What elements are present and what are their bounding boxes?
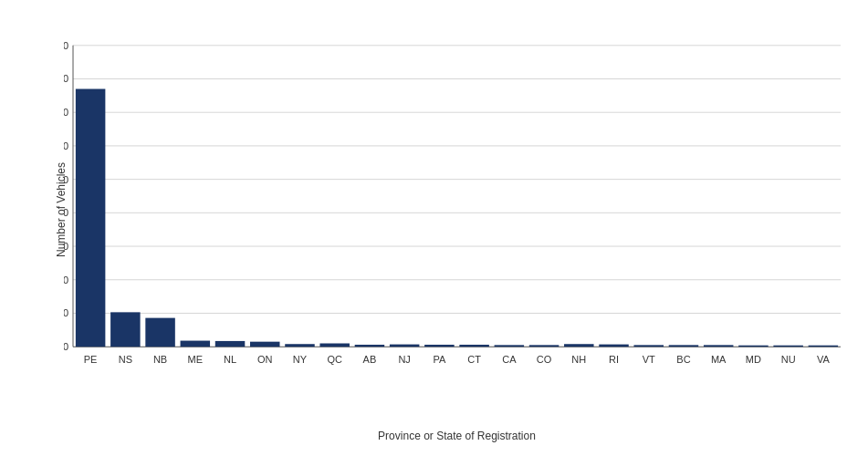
svg-rect-42 — [459, 345, 488, 347]
svg-text:CT: CT — [467, 354, 481, 365]
svg-text:NY: NY — [293, 354, 308, 365]
svg-rect-20 — [76, 89, 105, 347]
svg-rect-38 — [390, 345, 419, 347]
svg-rect-52 — [633, 345, 663, 347]
svg-rect-50 — [599, 345, 628, 347]
svg-rect-22 — [110, 312, 140, 347]
svg-rect-60 — [773, 346, 802, 347]
svg-text:BC: BC — [676, 354, 690, 365]
svg-rect-34 — [319, 344, 349, 347]
svg-rect-48 — [564, 344, 593, 347]
bar-chart: 0100200300400500600700800900PENSNBMENLON… — [64, 18, 850, 401]
svg-rect-56 — [704, 345, 733, 347]
svg-text:700: 700 — [64, 107, 68, 118]
svg-rect-36 — [355, 345, 384, 347]
svg-text:200: 200 — [64, 275, 68, 285]
svg-rect-32 — [285, 344, 314, 347]
svg-text:QC: QC — [327, 354, 342, 365]
svg-rect-44 — [495, 345, 524, 347]
svg-text:AB: AB — [363, 354, 377, 365]
svg-text:MA: MA — [711, 354, 727, 365]
svg-text:ME: ME — [188, 354, 204, 365]
svg-text:PA: PA — [433, 354, 446, 365]
svg-text:800: 800 — [64, 74, 68, 85]
svg-rect-40 — [424, 345, 454, 347]
svg-text:600: 600 — [64, 140, 68, 151]
svg-text:VA: VA — [817, 354, 831, 365]
svg-text:RI: RI — [609, 354, 619, 365]
svg-text:ON: ON — [257, 354, 273, 365]
svg-text:MD: MD — [746, 354, 761, 365]
chart-container: Number of Vehicles Province or State of … — [0, 0, 868, 456]
svg-text:NU: NU — [781, 354, 796, 365]
svg-text:NB: NB — [153, 354, 167, 365]
svg-text:NS: NS — [119, 354, 132, 365]
svg-rect-58 — [738, 346, 768, 347]
chart-area: Number of Vehicles Province or State of … — [64, 18, 850, 401]
svg-text:CO: CO — [537, 354, 552, 365]
svg-rect-24 — [145, 318, 174, 347]
svg-text:CA: CA — [502, 354, 517, 365]
svg-text:NH: NH — [571, 354, 586, 365]
svg-rect-46 — [529, 345, 559, 347]
svg-text:NJ: NJ — [398, 354, 410, 365]
x-axis-label: Province or State of Registration — [378, 430, 536, 442]
y-axis-label: Number of Vehicles — [55, 162, 68, 257]
svg-rect-62 — [809, 346, 838, 347]
svg-rect-26 — [181, 341, 210, 347]
svg-text:0: 0 — [64, 341, 68, 352]
svg-text:NL: NL — [224, 354, 236, 365]
svg-text:100: 100 — [64, 307, 68, 318]
svg-text:VT: VT — [643, 354, 655, 365]
svg-text:PE: PE — [84, 354, 98, 365]
svg-rect-54 — [669, 345, 698, 347]
svg-rect-30 — [250, 342, 279, 347]
svg-text:900: 900 — [64, 40, 68, 51]
svg-rect-28 — [215, 341, 245, 347]
